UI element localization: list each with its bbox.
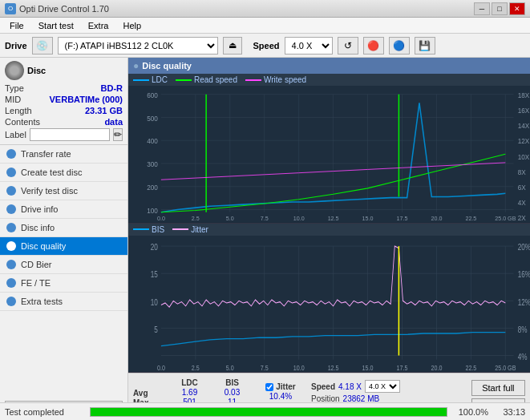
bis-avg: 0.03	[225, 388, 240, 397]
svg-text:14X: 14X	[518, 122, 530, 130]
menu-help[interactable]: Help	[116, 19, 148, 32]
svg-text:0.0: 0.0	[157, 364, 165, 372]
write-speed-label: Write speed	[264, 75, 306, 84]
svg-text:5: 5	[154, 324, 158, 333]
legend-jitter: Jitter	[172, 225, 208, 234]
type-key: Type	[5, 83, 24, 93]
window-controls[interactable]: ─ □ ✕	[474, 2, 525, 15]
refresh-button[interactable]: ↺	[338, 37, 358, 55]
label-input[interactable]	[30, 128, 110, 141]
cd-bier-icon	[6, 260, 16, 269]
legend-write-speed: Write speed	[245, 75, 306, 84]
svg-text:0.0: 0.0	[157, 215, 165, 222]
menu-file[interactable]: File	[3, 19, 30, 32]
create-test-disc-icon	[6, 168, 16, 177]
svg-text:20.0: 20.0	[431, 215, 442, 222]
disc-quality-label: Disc quality	[21, 241, 66, 251]
drive-select[interactable]: (F:) ATAPI iHBS112 2 CL0K	[58, 37, 218, 55]
svg-text:2.5: 2.5	[192, 364, 200, 372]
svg-text:15.0: 15.0	[362, 364, 374, 372]
top-chart-area: 600 500 400 300 200 100 18X 16X 14X 12X …	[128, 86, 530, 224]
svg-text:6X: 6X	[518, 184, 526, 192]
minimize-button[interactable]: ─	[474, 2, 490, 15]
chart-legend-top: LDC Read speed Write speed	[128, 74, 530, 86]
svg-text:10X: 10X	[518, 152, 530, 160]
ldc-label: LDC	[152, 75, 168, 84]
svg-text:17.5: 17.5	[397, 215, 408, 222]
type-value: BD-R	[101, 83, 123, 93]
svg-text:12%: 12%	[518, 297, 530, 306]
disc-info-label: Disc info	[21, 223, 55, 232]
drive-label: Drive	[5, 41, 27, 50]
legend-bis: BIS	[133, 225, 164, 234]
extra-tests-icon	[6, 297, 16, 306]
chart-title: Disc quality	[142, 61, 192, 71]
read-speed-line-icon	[176, 79, 192, 81]
sidebar-item-drive-info[interactable]: Drive info	[0, 200, 127, 219]
eject-button[interactable]: ⏏	[223, 37, 242, 55]
disc-info-icon	[6, 223, 16, 232]
svg-text:16%: 16%	[518, 269, 530, 279]
ldc-line-icon	[133, 79, 149, 81]
progress-percentage: 100.0%	[452, 407, 488, 417]
menu-extra[interactable]: Extra	[82, 19, 115, 32]
svg-text:22.5: 22.5	[465, 215, 476, 222]
mid-key: MID	[5, 95, 21, 104]
sidebar-item-disc-info[interactable]: Disc info	[0, 219, 127, 237]
svg-text:600: 600	[147, 91, 158, 99]
svg-text:7.5: 7.5	[261, 215, 269, 222]
svg-text:8X: 8X	[518, 168, 526, 176]
svg-text:12.5: 12.5	[328, 215, 339, 222]
settings-button2[interactable]: 🔵	[389, 37, 410, 55]
sidebar-item-fe-te[interactable]: FE / TE	[0, 274, 127, 293]
avg-label: Avg	[133, 389, 165, 398]
speed-select[interactable]: 4.0 X	[285, 37, 333, 55]
main-layout: Disc Type BD-R MID VERBATIMe (000) Lengt…	[0, 58, 530, 420]
speed-stat-select[interactable]: 4.0 X	[365, 380, 400, 393]
svg-text:500: 500	[147, 115, 158, 123]
transfer-rate-icon	[6, 149, 16, 159]
app-title: Opti Drive Control 1.70	[19, 4, 109, 14]
chart-legend-bottom: BIS Jitter	[128, 224, 530, 236]
svg-text:17.5: 17.5	[397, 364, 408, 372]
svg-text:15: 15	[151, 269, 158, 279]
svg-text:12.5: 12.5	[328, 364, 339, 372]
maximize-button[interactable]: □	[492, 2, 508, 15]
sidebar-item-cd-bier[interactable]: CD Bier	[0, 256, 127, 274]
label-edit-button[interactable]: ✏	[113, 128, 123, 141]
disc-header: Disc	[5, 61, 123, 80]
sidebar-item-verify-test-disc[interactable]: Verify test disc	[0, 182, 127, 200]
menu-starttest[interactable]: Start test	[32, 19, 80, 32]
start-full-button[interactable]: Start full	[471, 380, 525, 396]
speed-row: Speed 4.18 X 4.0 X	[311, 380, 400, 393]
legend-ldc: LDC	[133, 75, 168, 84]
save-button[interactable]: 💾	[415, 37, 435, 55]
disc-mid-row: MID VERBATIMe (000)	[5, 95, 123, 104]
svg-text:20: 20	[151, 242, 158, 252]
sidebar-item-create-test-disc[interactable]: Create test disc	[0, 164, 127, 182]
status-text: Test completed	[5, 407, 85, 417]
svg-text:22.5: 22.5	[465, 364, 476, 372]
speed-stat-label: Speed	[311, 382, 335, 391]
status-bar: Test completed 100.0% 33:13	[0, 402, 530, 420]
fe-te-label: FE / TE	[21, 278, 51, 288]
settings-button1[interactable]: 🔴	[363, 37, 384, 55]
svg-text:7.5: 7.5	[261, 364, 269, 372]
svg-text:4%: 4%	[518, 351, 528, 361]
sidebar-item-disc-quality[interactable]: Disc quality	[0, 237, 127, 256]
jitter-checkbox[interactable]	[265, 383, 273, 391]
svg-rect-45	[128, 236, 530, 373]
disc-icon	[5, 61, 24, 80]
svg-text:2X: 2X	[518, 214, 526, 222]
sidebar-item-transfer-rate[interactable]: Transfer rate	[0, 145, 127, 164]
cd-bier-label: CD Bier	[21, 260, 52, 269]
create-test-disc-label: Create test disc	[21, 168, 82, 177]
verify-test-disc-label: Verify test disc	[21, 186, 78, 196]
close-button[interactable]: ✕	[509, 2, 525, 15]
top-chart-svg: 600 500 400 300 200 100 18X 16X 14X 12X …	[128, 86, 530, 223]
svg-text:20.0: 20.0	[431, 364, 442, 372]
bis-line-icon	[133, 228, 149, 230]
sidebar-item-extra-tests[interactable]: Extra tests	[0, 293, 127, 311]
svg-text:4X: 4X	[518, 199, 526, 207]
label-key: Label	[5, 130, 26, 139]
